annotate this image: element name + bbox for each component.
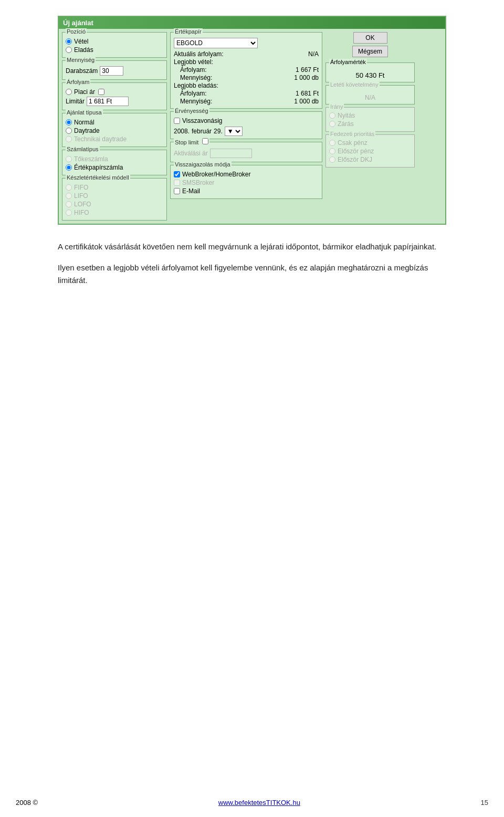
leteti-value: N/A bbox=[329, 94, 411, 101]
legjobb-vetel-row: Legjobb vétel: bbox=[174, 58, 319, 66]
zaras-label: Zárás bbox=[338, 120, 354, 128]
legjobb-vetel-arfolyam-value: 1 667 Ft bbox=[296, 66, 319, 74]
legjobb-eladas-label: Legjobb eladás: bbox=[174, 82, 218, 89]
legjobb-eladas-row: Legjobb eladás: bbox=[174, 82, 319, 89]
legjobb-eladas-arfolyam-label: Árfolyam: bbox=[180, 90, 207, 97]
ertekpapir-group: Értékpapír EBGOLD Aktuális árfolyam: N/A… bbox=[170, 32, 322, 109]
szamlatipus-label: Számlatípus bbox=[66, 146, 100, 152]
piaci-ar-row[interactable]: Piaci ár bbox=[66, 88, 163, 96]
smsbroker-row: SMSBroker bbox=[174, 179, 319, 186]
nyitas-label: Nyitás bbox=[338, 112, 355, 119]
visszavonasig-checkbox[interactable] bbox=[174, 118, 180, 124]
tokeszamla-radio bbox=[66, 156, 72, 162]
megsem-button[interactable]: Mégsem bbox=[352, 46, 388, 57]
webbroker-row[interactable]: WebBroker/HomeBroker bbox=[174, 171, 319, 178]
eladas-radio-row[interactable]: Eladás bbox=[66, 46, 163, 54]
paragraph1: A certifikátok vásárlását követően nem k… bbox=[58, 240, 446, 253]
date-row: 2008. február 29. ▼ bbox=[174, 127, 319, 136]
daytrade-radio[interactable] bbox=[66, 128, 72, 134]
eladas-label: Eladás bbox=[74, 46, 93, 54]
limitar-input[interactable] bbox=[87, 97, 129, 106]
eloszor-penz-radio bbox=[329, 148, 335, 154]
ok-button[interactable]: OK bbox=[353, 32, 387, 44]
normal-label: Normál bbox=[74, 119, 94, 126]
vetel-radio-row[interactable]: Vétel bbox=[66, 38, 163, 45]
footer-copyright-symbol: © bbox=[33, 799, 38, 806]
smsbroker-checkbox bbox=[174, 180, 180, 186]
lofo-row: LOFO bbox=[66, 201, 163, 208]
eladas-radio[interactable] bbox=[66, 47, 72, 53]
footer-year: 2008 bbox=[16, 799, 31, 806]
daytrade-row[interactable]: Daytrade bbox=[66, 127, 163, 134]
hifo-row: HIFO bbox=[66, 209, 163, 216]
legjobb-vetel-label: Legjobb vétel: bbox=[174, 58, 213, 66]
ertekpapirszamla-row[interactable]: Értékpapírszámla bbox=[66, 164, 163, 171]
ervenysseg-label: Érvényesség bbox=[174, 108, 209, 114]
email-checkbox[interactable] bbox=[174, 188, 180, 194]
date-dropdown[interactable]: ▼ bbox=[225, 127, 243, 136]
leteti-group: Letéti követelmény N/A bbox=[326, 85, 415, 104]
stop-limit-label: Stop limit bbox=[174, 138, 209, 145]
fifo-label: FIFO bbox=[74, 184, 88, 191]
visszavonasig-row[interactable]: Visszavonásig bbox=[174, 117, 319, 124]
normal-row[interactable]: Normál bbox=[66, 119, 163, 126]
legjobb-eladas-arfolyam-value: 1 681 Ft bbox=[296, 90, 319, 97]
footer-link[interactable]: www.befektetesTITKOK.hu bbox=[218, 799, 300, 806]
darabszam-row: Darabszám 30 bbox=[66, 66, 163, 76]
normal-radio[interactable] bbox=[66, 119, 72, 125]
darabszam-input[interactable]: 30 bbox=[100, 66, 123, 76]
piaci-ar-checkbox[interactable] bbox=[98, 89, 104, 95]
csak-penz-radio bbox=[329, 140, 335, 146]
webbroker-checkbox[interactable] bbox=[174, 171, 180, 177]
legjobb-vetel-mennyiseg-label: Mennyiség: bbox=[180, 74, 212, 81]
email-row[interactable]: E-Mail bbox=[174, 187, 319, 195]
legjobb-eladas-arfolyam-row: Árfolyam: 1 681 Ft bbox=[174, 90, 319, 97]
eloszor-dkj-label: Először DKJ bbox=[338, 156, 372, 163]
ajanlat-tipusa-group: Ajánlat típusa Normál Daytrade Techni bbox=[62, 113, 167, 147]
dialog-window: Új ajánlat Pozíció Vétel Eladás bbox=[58, 16, 446, 225]
keszletert-group: Készletértékelési módell FIFO LIFO LO bbox=[62, 178, 167, 221]
legjobb-eladas-mennyiseg-row: Mennyiség: 1 000 db bbox=[174, 98, 319, 105]
stop-limit-group: Stop limit Aktiválási ár bbox=[170, 142, 322, 162]
ertekpapirszamla-radio[interactable] bbox=[66, 164, 72, 171]
leteti-label: Letéti követelmény bbox=[329, 81, 380, 88]
hifo-label: HIFO bbox=[74, 209, 89, 216]
aktualis-arfolyam-row: Aktuális árfolyam: N/A bbox=[174, 50, 319, 58]
aktivalas-input[interactable] bbox=[210, 149, 252, 158]
date-day: 29. bbox=[214, 128, 223, 135]
left-column: Pozíció Vétel Eladás Mennyiség bbox=[62, 32, 167, 221]
legjobb-vetel-arfolyam-label: Árfolyam: bbox=[180, 66, 207, 74]
piaci-ar-label: Piaci ár bbox=[74, 88, 95, 96]
paragraph2: Ilyen esetben a legjobb vételi árfolyamo… bbox=[58, 261, 446, 287]
footer: 2008 © www.befektetesTITKOK.hu 15 bbox=[0, 799, 504, 806]
lifo-row: LIFO bbox=[66, 192, 163, 200]
vetel-radio[interactable] bbox=[66, 38, 72, 45]
szamlatipus-group: Számlatípus Tőkeszámla Értékpapírszámla bbox=[62, 150, 167, 175]
ertekpapir-label: Értékpapír bbox=[174, 28, 203, 35]
arfolyam-group-label: Árfolyam bbox=[66, 79, 90, 85]
mennyiseg-group: Mennyiség Darabszám 30 bbox=[62, 60, 167, 80]
visszavonasig-label: Visszavonásig bbox=[182, 117, 223, 124]
webbroker-label: WebBroker/HomeBroker bbox=[182, 171, 251, 178]
technikai-daytrade-row: Technikai daytrade bbox=[66, 135, 163, 143]
limitar-row: Limitár bbox=[66, 97, 163, 106]
stop-limit-checkbox[interactable] bbox=[202, 138, 208, 144]
technikai-daytrade-label: Technikai daytrade bbox=[74, 135, 127, 143]
fedezeti-group: Fedezeti prioritás Csak pénz Először pén… bbox=[326, 134, 415, 167]
lifo-radio bbox=[66, 193, 72, 199]
nyitas-row: Nyitás bbox=[329, 112, 411, 119]
eloszor-dkj-row: Először DKJ bbox=[329, 156, 411, 163]
pozicio-group: Pozíció Vétel Eladás bbox=[62, 32, 167, 58]
nyitas-radio bbox=[329, 112, 335, 119]
lofo-radio bbox=[66, 201, 72, 207]
ertekpapirszamla-label: Értékpapírszámla bbox=[74, 164, 123, 171]
fifo-radio bbox=[66, 184, 72, 191]
tokeszamla-label: Tőkeszámla bbox=[74, 155, 108, 163]
aktivalas-label: Aktiválási ár bbox=[174, 150, 208, 157]
arfolyamérték-value: 50 430 Ft bbox=[329, 71, 411, 79]
dialog-title: Új ajánlat bbox=[59, 17, 445, 29]
visszaigazolas-group: Visszaigazolás módja WebBroker/HomeBroke… bbox=[170, 165, 322, 199]
ertekpapir-dropdown[interactable]: EBGOLD bbox=[174, 38, 258, 48]
piaci-ar-radio[interactable] bbox=[66, 89, 72, 95]
body-text: A certifikátok vásárlását követően nem k… bbox=[58, 240, 446, 287]
